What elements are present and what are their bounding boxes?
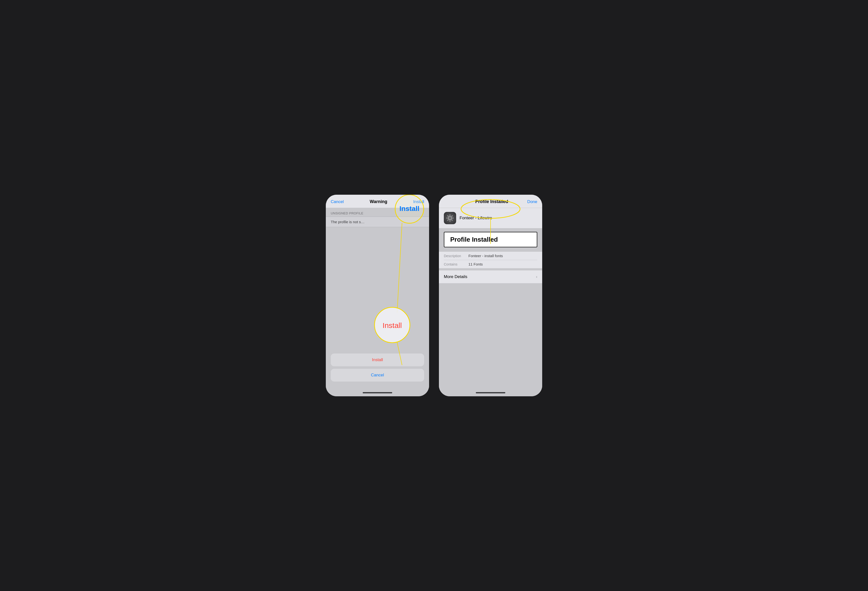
home-bar-left [363, 392, 392, 394]
svg-point-6 [449, 217, 452, 220]
profile-app-row: Fonteer - Lifewire [439, 208, 542, 228]
info-section: Description Fonteer - install fonts Cont… [439, 252, 542, 268]
unsigned-profile-header: UNSIGNED PROFILE [326, 208, 429, 217]
right-nav-bar: Profile Installed Done [439, 195, 542, 208]
left-phone-screen: Cancel Warning Install UNSIGNED PROFILE … [326, 195, 429, 396]
profile-installed-badge-text: Profile Installed [450, 236, 498, 243]
home-indicator-left [326, 389, 429, 396]
right-screen-content: Fonteer - Lifewire Profile Installed Des… [439, 208, 542, 396]
left-nav-bar: Cancel Warning Install [326, 195, 429, 208]
svg-line-13 [452, 215, 452, 216]
contains-row: Contains 11 Fonts [444, 260, 537, 268]
spacer-right [439, 283, 542, 389]
left-phone-wrapper: Cancel Warning Install UNSIGNED PROFILE … [326, 195, 429, 396]
svg-line-14 [447, 220, 448, 221]
svg-line-11 [447, 215, 448, 216]
more-details-label: More Details [444, 274, 467, 279]
right-phone-wrapper: Profile Installed Done [439, 195, 542, 396]
svg-line-12 [452, 220, 452, 221]
cancel-bottom-button[interactable]: Cancel [331, 369, 424, 382]
description-row: Description Fonteer - install fonts [444, 252, 537, 260]
profile-installed-title: Profile Installed [475, 199, 508, 204]
settings-icon [444, 212, 456, 224]
profile-app-name: Fonteer - Lifewire [459, 215, 492, 221]
spacer [326, 227, 429, 351]
description-value: Fonteer - install fonts [468, 254, 503, 258]
install-nav-button[interactable]: Install [413, 199, 424, 204]
home-indicator-right [439, 389, 542, 396]
done-nav-button[interactable]: Done [527, 199, 537, 204]
warning-title: Warning [370, 199, 387, 204]
left-screen-content: UNSIGNED PROFILE The profile is not s… I… [326, 208, 429, 396]
contains-value: 11 Fonts [468, 262, 483, 266]
more-details-row[interactable]: More Details › [439, 270, 542, 283]
description-label: Description [444, 254, 468, 258]
profile-description-text: The profile is not s… [326, 217, 429, 227]
main-container: Cancel Warning Install UNSIGNED PROFILE … [316, 185, 552, 406]
right-phone-screen: Profile Installed Done [439, 195, 542, 396]
bottom-buttons-area: Install Cancel [326, 351, 429, 389]
contains-label: Contains [444, 262, 468, 266]
install-bottom-button[interactable]: Install [331, 354, 424, 366]
profile-installed-badge: Profile Installed [444, 232, 537, 247]
home-bar-right [476, 392, 505, 394]
cancel-nav-button[interactable]: Cancel [331, 199, 344, 204]
chevron-right-icon: › [536, 275, 537, 279]
